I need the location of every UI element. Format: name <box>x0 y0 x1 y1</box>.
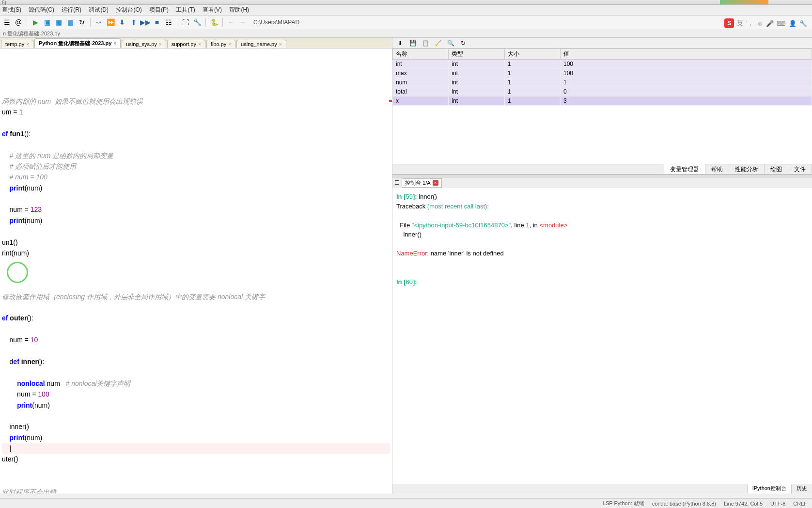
tab-help[interactable]: 帮助 <box>705 164 729 174</box>
tab-plots[interactable]: 绘图 <box>765 164 788 174</box>
status-encoding[interactable]: UTF-8 <box>770 501 785 507</box>
debug-step-over-icon[interactable]: ⤻ <box>94 17 104 27</box>
variable-row[interactable]: maxint1100 <box>393 69 812 78</box>
back-icon[interactable]: ← <box>226 17 236 27</box>
col-size[interactable]: 大小 <box>504 49 560 60</box>
menu-run[interactable]: 运行(R) <box>62 6 81 13</box>
code-line: # 必须赋值后才能使用 <box>2 161 390 172</box>
variable-row[interactable]: intint1100 <box>393 60 812 69</box>
code-editor[interactable]: 函数内部的 num 如果不赋值就使用会出现错误um = 1 ef fun1():… <box>0 48 392 493</box>
tab-variable-explorer[interactable]: 变量管理器 <box>664 164 705 174</box>
tab-history[interactable]: 历史 <box>791 484 812 493</box>
title-fragment: 8) <box>2 0 6 5</box>
close-icon[interactable]: × <box>198 42 201 47</box>
ime-tool-icon[interactable]: 🔧 <box>799 20 807 27</box>
clear-icon[interactable]: 🧹 <box>433 38 443 48</box>
titlebar: 8) <box>0 0 812 5</box>
tab-profiler[interactable]: 性能分析 <box>729 164 765 174</box>
console-tab-1[interactable]: 控制台 1/A × <box>402 178 442 188</box>
ime-logo-icon[interactable]: S <box>724 18 734 28</box>
code-line: rint(num) <box>2 248 390 258</box>
ipython-console[interactable]: In [59]: inner() Traceback (most recent … <box>392 188 812 484</box>
status-conda[interactable]: conda: base (Python 3.8.8) <box>652 501 716 507</box>
menu-tools[interactable]: 工具(T) <box>176 6 195 13</box>
code-line: ef fun1(): <box>2 128 390 139</box>
debug-step-out-icon[interactable]: ⬆ <box>129 17 139 27</box>
code-line: # num = 100 <box>2 172 390 182</box>
code-line: ef outer(): <box>2 313 390 323</box>
ime-lang[interactable]: 英 <box>737 19 743 28</box>
tab-using-sys[interactable]: using_sys.py× <box>122 40 166 48</box>
rerun-icon[interactable]: ↻ <box>77 17 87 27</box>
save-as-icon[interactable]: 📋 <box>421 38 430 48</box>
tab-fibo[interactable]: fibo.py× <box>206 40 235 48</box>
menu-source[interactable]: 源代码(C) <box>29 6 54 13</box>
run-cell-advance-icon[interactable]: ▦ <box>54 17 63 27</box>
code-line: nonlocal num # nonlocal关键字声明 <box>2 378 390 389</box>
code-line <box>2 270 390 280</box>
import-icon[interactable]: ⬇ <box>395 38 405 48</box>
outline-icon[interactable]: ☰ <box>2 17 12 27</box>
tab-using-name[interactable]: using_name.py× <box>236 40 286 48</box>
menu-project[interactable]: 项目(P) <box>149 6 169 13</box>
debug-continue-icon[interactable]: ⏩ <box>106 17 115 27</box>
status-lsp[interactable]: LSP Python: 就绪 <box>603 500 644 507</box>
col-type[interactable]: 类型 <box>449 49 504 60</box>
forward-icon[interactable]: → <box>238 17 248 27</box>
menu-view[interactable]: 查看(V) <box>203 6 222 13</box>
close-icon[interactable]: × <box>228 42 231 47</box>
fullscreen-icon[interactable]: ⛶ <box>181 17 190 27</box>
settings-icon[interactable]: 🔧 <box>192 17 202 27</box>
ime-punct-icon[interactable]: '， <box>746 19 753 28</box>
menu-console[interactable]: 控制台(O) <box>116 6 141 13</box>
ime-keyboard-icon[interactable]: ⌨ <box>777 20 786 27</box>
statusbar: LSP Python: 就绪 conda: base (Python 3.8.8… <box>0 498 812 508</box>
variable-row[interactable]: totalint10 <box>393 87 812 96</box>
status-line-col[interactable]: Line 9742, Col 5 <box>724 501 763 507</box>
status-eol[interactable]: CRLF <box>793 501 807 507</box>
tab-temp[interactable]: temp.py× <box>1 40 33 48</box>
ime-user-icon[interactable]: 👤 <box>789 20 796 27</box>
at-icon[interactable]: @ <box>14 17 23 27</box>
code-line <box>2 346 390 356</box>
menubar: 查找(S) 源代码(C) 运行(R) 调试(D) 控制台(O) 项目(P) 工具… <box>0 5 812 16</box>
ime-mic-icon[interactable]: 🎤 <box>766 20 774 27</box>
close-icon[interactable]: × <box>113 41 116 46</box>
menu-debug[interactable]: 调试(D) <box>89 6 109 13</box>
search-icon[interactable]: 🔍 <box>446 38 455 48</box>
tab-ipython-console[interactable]: IPython控制台 <box>747 484 791 493</box>
debug-step-in-icon[interactable]: ⬇ <box>117 17 127 27</box>
breadcrumb: n 量化编程基础-2023.py <box>0 29 812 38</box>
close-icon[interactable]: × <box>159 42 162 47</box>
code-line <box>2 117 390 128</box>
debug-play-icon[interactable]: ▶▶ <box>141 17 150 27</box>
tab-main[interactable]: Python 量化编程基础-2023.py× <box>34 38 121 48</box>
refresh-icon[interactable]: ↻ <box>458 38 468 48</box>
menu-help[interactable]: 帮助(H) <box>229 6 249 13</box>
debug-list-icon[interactable]: ☷ <box>164 17 173 27</box>
panel-tabs: 变量管理器 帮助 性能分析 绘图 文件 <box>392 164 812 175</box>
run-selection-icon[interactable]: ▤ <box>65 17 75 27</box>
save-icon[interactable]: 💾 <box>408 38 418 48</box>
run-cell-icon[interactable]: ▣ <box>42 17 52 27</box>
tab-files[interactable]: 文件 <box>788 164 812 174</box>
ime-emoji-icon[interactable]: ☺ <box>757 20 763 27</box>
variable-row[interactable]: numint11 <box>393 78 812 87</box>
console-menu-icon[interactable]: ☐ <box>394 179 400 186</box>
python-path-icon[interactable]: 🐍 <box>209 17 219 27</box>
variable-row[interactable]: xint13 <box>393 96 812 106</box>
close-icon[interactable]: × <box>279 42 282 47</box>
code-line <box>2 280 390 291</box>
working-dir[interactable]: C:\Users\MIAPAD <box>253 19 299 26</box>
col-value[interactable]: 值 <box>561 49 812 60</box>
right-pane: ⬇ 💾 📋 🧹 🔍 ↻ 名称 类型 大小 值 intint1100maxint1… <box>392 38 812 493</box>
run-icon[interactable]: ▶ <box>31 17 40 27</box>
debug-stop-icon[interactable]: ■ <box>152 17 162 27</box>
tab-support[interactable]: support.py× <box>167 40 205 48</box>
code-line: def inner(): <box>2 356 390 367</box>
col-name[interactable]: 名称 <box>393 49 449 60</box>
close-icon[interactable]: × <box>26 42 29 47</box>
code-line <box>2 324 390 334</box>
close-icon[interactable]: × <box>433 180 438 186</box>
menu-find[interactable]: 查找(S) <box>2 6 21 13</box>
